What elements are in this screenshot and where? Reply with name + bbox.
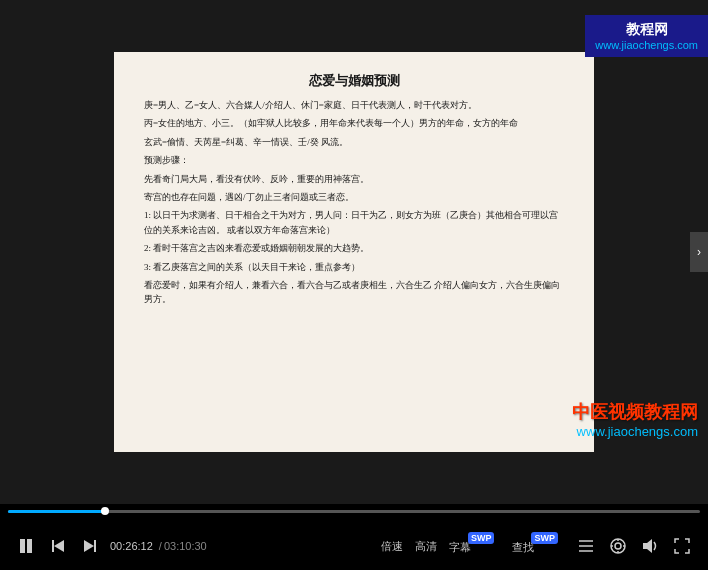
svg-marker-15	[643, 539, 652, 553]
progress-area[interactable]	[0, 504, 708, 518]
svg-marker-2	[54, 540, 64, 552]
playlist-button[interactable]	[570, 530, 602, 562]
content-body: 庚=男人、乙=女人、六合媒人/介绍人、休门=家庭、日干代表测人，时干代表对方。 …	[144, 98, 564, 307]
paragraph-9: 3: 看乙庚落宫之间的关系（以天目干来论，重点参考）	[144, 260, 564, 274]
watermark-bottom: 中医视频教程网 www.jiaochengs.com	[572, 400, 698, 439]
controls-bar: 00:26:12 / 03:10:30 倍速 高清 字幕 SWP 查找 SWP	[0, 522, 708, 570]
content-title: 恋爱与婚姻预测	[144, 72, 564, 90]
speed-button[interactable]: 倍速	[375, 536, 409, 557]
volume-button[interactable]	[634, 530, 666, 562]
paragraph-10: 看恋爱时，如果有介绍人，兼看六合，看六合与乙或者庚相生，六合生乙 介绍人偏向女方…	[144, 278, 564, 307]
paragraph-1: 庚=男人、乙=女人、六合媒人/介绍人、休门=家庭、日干代表测人，时干代表对方。	[144, 98, 564, 112]
svg-marker-4	[84, 540, 94, 552]
paragraph-6: 寄宫的也存在问题，遇凶/丁勿止三者问题或三者恋。	[144, 190, 564, 204]
prev-button[interactable]	[42, 530, 74, 562]
end-time: /	[159, 540, 162, 552]
right-arrow-button[interactable]: ›	[690, 232, 708, 272]
paragraph-3: 玄武=偷情、天芮星=纠葛、辛一情误、壬/癸 风流。	[144, 135, 564, 149]
content-frame: 恋爱与婚姻预测 庚=男人、乙=女人、六合媒人/介绍人、休门=家庭、日干代表测人，…	[114, 52, 594, 452]
find-button[interactable]: 查找 SWP	[506, 535, 570, 558]
quality-button[interactable]: 高清	[409, 536, 443, 557]
next-button[interactable]	[74, 530, 106, 562]
fullscreen-button[interactable]	[666, 530, 698, 562]
svg-rect-1	[27, 539, 32, 553]
video-area: 教程网 www.jiaochengs.com 恋爱与婚姻预测 庚=男人、乙=女人…	[0, 0, 708, 504]
paragraph-8: 2: 看时干落宫之吉凶来看恋爱或婚姻朝朝发展的大趋势。	[144, 241, 564, 255]
watermark-top-line2: www.jiaochengs.com	[595, 39, 698, 51]
svg-point-10	[615, 543, 621, 549]
paragraph-7: 1: 以日干为求测者、日干相合之干为对方，男人问：日干为乙，则女方为班（乙庚合）…	[144, 208, 564, 237]
paragraph-4: 预测步骤：	[144, 153, 564, 167]
progress-fill	[8, 510, 105, 513]
pause-button[interactable]	[10, 530, 42, 562]
watermark-bottom-line2: www.jiaochengs.com	[572, 424, 698, 439]
subtitle-swp-badge: SWP	[468, 532, 495, 544]
total-time: 03:10:30	[164, 540, 207, 552]
svg-rect-0	[20, 539, 25, 553]
bottom-bar: 00:26:12 / 03:10:30 倍速 高清 字幕 SWP 查找 SWP	[0, 504, 708, 570]
paragraph-2: 丙=女住的地方、小三。（如牢狱人比较多，用年命来代表每一个人）男方的年命，女方的…	[144, 116, 564, 130]
svg-rect-5	[94, 540, 96, 552]
watermark-top-line1: 教程网	[595, 21, 698, 39]
watermark-bottom-line1: 中医视频教程网	[572, 400, 698, 424]
watermark-top: 教程网 www.jiaochengs.com	[585, 15, 708, 57]
video-player: 教程网 www.jiaochengs.com 恋爱与婚姻预测 庚=男人、乙=女人…	[0, 0, 708, 570]
paragraph-5: 先看奇门局大局，看没有伏吟、反吟，重要的用神落宫。	[144, 172, 564, 186]
subtitle-button[interactable]: 字幕 SWP	[443, 535, 507, 558]
target-button[interactable]	[602, 530, 634, 562]
find-swp-badge: SWP	[531, 532, 558, 544]
svg-point-9	[611, 539, 625, 553]
svg-rect-3	[52, 540, 54, 552]
progress-dot	[101, 507, 109, 515]
progress-track[interactable]	[8, 510, 700, 513]
current-time: 00:26:12	[110, 540, 153, 552]
